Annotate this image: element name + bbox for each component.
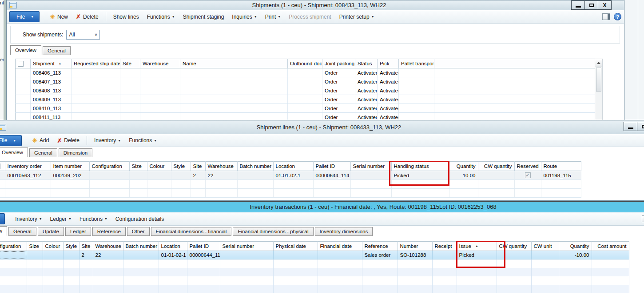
table-row[interactable]: 008408_113OrderActivatedActivated	[16, 86, 595, 95]
file-menu-button[interactable]: File ▼	[0, 213, 5, 224]
file-menu-button[interactable]: File ▼	[0, 135, 22, 146]
column-header-name[interactable]: Name	[180, 59, 288, 68]
column-header-colour[interactable]: Colour	[147, 162, 171, 171]
column-header-batch-number[interactable]: Batch number	[237, 162, 273, 171]
tab-financial-dimensions-financial[interactable]: Financial dimensions - financial	[151, 227, 232, 236]
column-header-select[interactable]	[16, 59, 31, 68]
shipment-lines-titlebar[interactable]: Shipment lines (1 - ceu) - Shipment: 008…	[0, 120, 644, 134]
column-header-warehouse[interactable]: Warehouse	[205, 162, 237, 171]
menu-ledger[interactable]: Ledger▼	[46, 214, 76, 224]
column-header-warehouse[interactable]: Warehouse	[140, 59, 180, 68]
column-header-joint-packing[interactable]: Joint packing	[322, 59, 355, 68]
tab-other[interactable]: Other	[127, 227, 150, 236]
column-header-configuration[interactable]: Configuration	[0, 242, 27, 251]
column-header-number[interactable]: Number	[398, 242, 432, 251]
tab-general[interactable]: General	[8, 227, 36, 236]
empty-row[interactable]	[0, 285, 629, 293]
column-header-item-number[interactable]: Item number	[51, 162, 89, 171]
column-header-pallet-id[interactable]: Pallet ID	[313, 162, 350, 171]
minimize-button[interactable]	[571, 0, 585, 10]
column-header-physical-date[interactable]: Physical date	[273, 242, 318, 251]
column-header-site[interactable]: Site	[120, 59, 140, 68]
column-header-receipt[interactable]: Receipt	[432, 242, 457, 251]
table-row[interactable]: 008406_113OrderActivatedActivated	[16, 68, 595, 77]
column-header-location[interactable]: Location	[273, 162, 313, 171]
column-header-pallet-transport[interactable]: Pallet transport	[399, 59, 434, 68]
column-header-style[interactable]: Style	[63, 242, 79, 251]
table-row[interactable]: 008407_113OrderActivatedActivated	[16, 77, 595, 86]
column-header-configuration[interactable]: Configuration	[89, 162, 129, 171]
menu-functions[interactable]: Functions▼	[143, 12, 179, 22]
menu-inquiries[interactable]: Inquiries▼	[228, 12, 261, 22]
menu-configuration-details[interactable]: Configuration details	[111, 214, 168, 224]
panels-icon[interactable]	[642, 215, 644, 222]
menu-delete[interactable]: ✗Delete	[53, 135, 83, 146]
column-header-shipment[interactable]: Shipment▲	[31, 59, 72, 68]
tab-update[interactable]: Update	[38, 227, 64, 236]
column-header-location[interactable]: Location	[159, 242, 187, 251]
column-header-style[interactable]: Style	[171, 162, 191, 171]
menu-shipment-staging[interactable]: Shipment staging	[179, 12, 228, 22]
column-header-inventory-order[interactable]: Inventory order	[5, 162, 51, 171]
tab-dimension[interactable]: Dimension	[59, 148, 92, 157]
menu-inventory[interactable]: Inventory▼	[90, 135, 125, 146]
minimize-button[interactable]	[624, 122, 637, 131]
shipments-titlebar[interactable]: Shipments (1 - ceu) - Shipment: 008433_1…	[7, 0, 624, 10]
tab-general[interactable]: General	[43, 46, 71, 55]
help-icon[interactable]: ?	[614, 13, 621, 20]
column-header-size[interactable]: Size	[27, 242, 43, 251]
column-header-select[interactable]	[0, 162, 5, 171]
table-row[interactable]: 00010563_112000139_20222201-01-02-100000…	[0, 171, 581, 180]
empty-row[interactable]	[0, 189, 581, 198]
column-header-serial-number[interactable]: Serial number	[350, 162, 391, 171]
column-header-cost-amount[interactable]: Cost amount	[592, 242, 629, 251]
column-header-serial-number[interactable]: Serial number	[220, 242, 273, 251]
maximize-button[interactable]	[637, 122, 644, 131]
file-menu-button[interactable]: File ▼	[9, 11, 40, 22]
tab-overview[interactable]: Overview	[0, 148, 28, 157]
tab-reference[interactable]: Reference	[92, 227, 126, 236]
select-all-checkbox[interactable]	[18, 61, 24, 67]
column-header-size[interactable]: Size	[129, 162, 147, 171]
menu-show-lines[interactable]: Show lines	[109, 12, 143, 22]
column-header-status[interactable]: Status	[355, 59, 378, 68]
menu-new[interactable]: ✳New	[46, 12, 72, 22]
column-header-cw-unit[interactable]: CW unit	[531, 242, 559, 251]
scrollbar-thumb[interactable]	[596, 68, 601, 92]
column-header-quantity[interactable]: Quantity	[449, 162, 478, 171]
table-row[interactable]: 008410_113OrderActivatedActivated	[16, 104, 595, 113]
menu-functions[interactable]: Functions▼	[125, 135, 161, 146]
row-checkbox[interactable]: ✓	[525, 172, 531, 178]
close-button[interactable]: X	[598, 0, 612, 10]
menu-functions[interactable]: Functions▼	[76, 214, 111, 224]
column-header-route[interactable]: Route	[541, 162, 581, 171]
menu-inventory[interactable]: Inventory▼	[11, 214, 46, 224]
tab-overview[interactable]: Overview	[0, 226, 7, 236]
vertical-scrollbar[interactable]	[595, 59, 603, 124]
empty-row[interactable]	[0, 268, 629, 276]
column-header-pick[interactable]: Pick	[378, 59, 399, 68]
menu-delete[interactable]: ✗Delete	[72, 12, 103, 22]
inventory-transactions-titlebar[interactable]: Inventory transactions (1 - ceu) - Finan…	[0, 202, 644, 212]
table-row[interactable]: 22201-01-02-100000644_114Sales orderSO-1…	[0, 251, 629, 259]
column-header-colour[interactable]: Colour	[43, 242, 63, 251]
column-header-cw-quantity[interactable]: CW quantity	[478, 162, 514, 171]
maximize-button[interactable]	[584, 0, 598, 10]
column-header-warehouse[interactable]: Warehouse	[93, 242, 123, 251]
select-all-checkbox[interactable]	[0, 163, 0, 169]
column-header-batch-number[interactable]: Batch number	[123, 242, 159, 251]
empty-row[interactable]	[0, 276, 629, 285]
column-header-site[interactable]: Site	[79, 242, 93, 251]
menu-add[interactable]: ✳Add	[28, 135, 53, 146]
column-header-outbound-dock[interactable]: Outbound dock	[288, 59, 322, 68]
column-header-requested-ship-date[interactable]: Requested ship date	[72, 59, 120, 68]
empty-row[interactable]	[0, 180, 581, 189]
tab-inventory-dimensions[interactable]: Inventory dimensions	[315, 227, 373, 236]
column-header-financial-date[interactable]: Financial date	[318, 242, 362, 251]
column-header-quantity[interactable]: Quantity	[559, 242, 592, 251]
panels-icon[interactable]	[602, 13, 610, 20]
show-shipments-select[interactable]: All ∨	[66, 30, 100, 40]
column-header-site[interactable]: Site	[191, 162, 205, 171]
menu-printer-setup[interactable]: Printer setup▼	[335, 12, 378, 22]
tab-financial-dimensions-physical[interactable]: Financial dimensions - physical	[233, 227, 313, 236]
